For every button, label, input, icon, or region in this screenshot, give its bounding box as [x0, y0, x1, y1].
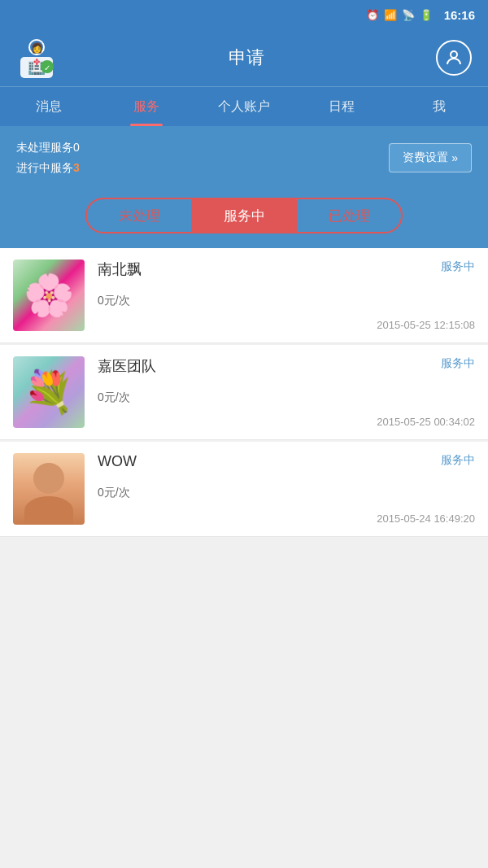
tab-messages[interactable]: 消息 — [0, 87, 98, 126]
item-info: WOW 服务中 0元/次 2015-05-24 16:49:20 — [85, 453, 475, 525]
item-status: 服务中 — [441, 453, 475, 468]
tab-account[interactable]: 个人账户 — [195, 87, 293, 126]
item-date: 2015-05-25 12:15:08 — [98, 319, 475, 331]
user-icon — [444, 48, 464, 68]
app-logo: 👩 🏥 ✓ — [16, 37, 57, 78]
filter-processed-button[interactable]: 已处理 — [297, 198, 403, 233]
settings-button[interactable]: 资费设置 » — [389, 143, 472, 172]
nurse-icon: 👩 🏥 ✓ — [16, 37, 57, 78]
app-header: 👩 🏥 ✓ 申请 — [0, 29, 488, 86]
nav-tabs: 消息 服务 个人账户 日程 我 — [0, 86, 488, 126]
wifi-icon: 📶 — [384, 9, 397, 21]
list-item[interactable]: WOW 服务中 0元/次 2015-05-24 16:49:20 — [0, 442, 488, 537]
item-price: 0元/次 — [98, 294, 475, 308]
svg-text:👩: 👩 — [31, 41, 43, 54]
list-item[interactable]: 南北飘 服务中 0元/次 2015-05-25 12:15:08 — [0, 248, 488, 343]
filter-pending-button[interactable]: 未处理 — [85, 198, 191, 233]
item-image — [13, 356, 85, 428]
item-name: WOW — [98, 453, 137, 470]
service-list: 南北飘 服务中 0元/次 2015-05-25 12:15:08 嘉医团队 服务… — [0, 248, 488, 537]
item-name: 嘉医团队 — [98, 356, 156, 376]
empty-area — [0, 539, 488, 766]
item-top: 嘉医团队 服务中 — [98, 356, 475, 376]
item-image — [13, 453, 85, 525]
inprogress-stat: 进行中服务3 — [16, 158, 80, 178]
item-status: 服务中 — [441, 356, 475, 371]
tab-schedule[interactable]: 日程 — [293, 87, 390, 126]
item-top: 南北飘 服务中 — [98, 260, 475, 279]
clock-icon: ⏰ — [366, 9, 379, 21]
status-icons: ⏰ 📶 📡 🔋 16:16 — [366, 8, 475, 22]
battery-icon: 🔋 — [420, 9, 433, 21]
item-image — [13, 260, 85, 331]
status-time: 16:16 — [444, 8, 475, 22]
item-price: 0元/次 — [98, 486, 475, 500]
item-date: 2015-05-25 00:34:02 — [98, 416, 475, 428]
page-title: 申请 — [229, 46, 264, 70]
filter-inservice-button[interactable]: 服务中 — [191, 198, 297, 233]
filter-row: 未处理 服务中 已处理 — [0, 190, 488, 248]
user-profile-button[interactable] — [436, 40, 472, 76]
item-info: 南北飘 服务中 0元/次 2015-05-25 12:15:08 — [85, 260, 475, 331]
pending-stat: 未处理服务0 — [16, 137, 80, 158]
sub-header: 未处理服务0 进行中服务3 资费设置 » — [0, 126, 488, 190]
tab-services[interactable]: 服务 — [98, 87, 195, 126]
service-stats: 未处理服务0 进行中服务3 — [16, 137, 80, 178]
tab-me[interactable]: 我 — [390, 87, 488, 126]
svg-text:✓: ✓ — [44, 63, 50, 72]
item-name: 南北飘 — [98, 260, 142, 279]
signal-icon: 📡 — [402, 9, 415, 21]
svg-point-7 — [451, 51, 457, 58]
item-date: 2015-05-24 16:49:20 — [98, 513, 475, 525]
item-info: 嘉医团队 服务中 0元/次 2015-05-25 00:34:02 — [85, 356, 475, 428]
item-price: 0元/次 — [98, 390, 475, 405]
item-status: 服务中 — [441, 260, 475, 274]
list-item[interactable]: 嘉医团队 服务中 0元/次 2015-05-25 00:34:02 — [0, 345, 488, 440]
status-bar: ⏰ 📶 📡 🔋 16:16 — [0, 0, 488, 29]
item-top: WOW 服务中 — [98, 453, 475, 470]
